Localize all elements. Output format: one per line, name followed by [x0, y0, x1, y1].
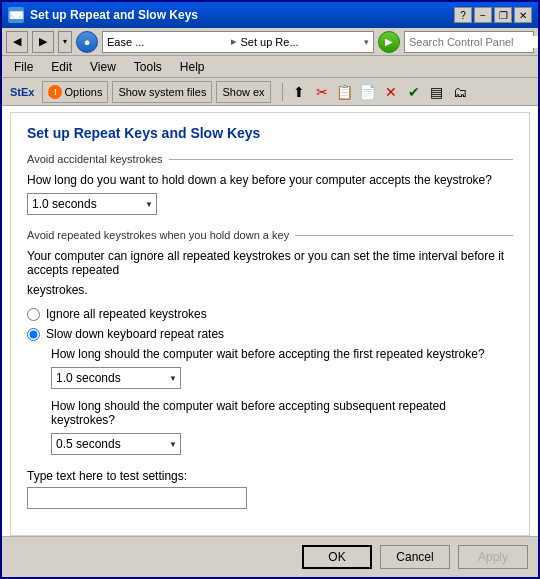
- copy-icon[interactable]: 📋: [335, 82, 355, 102]
- address-setup: Set up Re...: [241, 36, 361, 48]
- help-button[interactable]: ?: [454, 7, 472, 23]
- sub-select2-wrapper: 0.5 seconds 1.0 seconds 2.0 seconds: [51, 433, 181, 455]
- back-button[interactable]: ◀: [6, 31, 28, 53]
- apply-button[interactable]: Apply: [458, 545, 528, 569]
- address-ease: Ease ...: [107, 36, 227, 48]
- section1-question: How long do you want to hold down a key …: [27, 173, 513, 187]
- forward-button[interactable]: ▶: [32, 31, 54, 53]
- window-icon: ⌨: [8, 7, 24, 23]
- delete-icon[interactable]: ✕: [381, 82, 401, 102]
- options-button[interactable]: ! Options: [42, 81, 108, 103]
- toolbar-icons: ⬆ ✂ 📋 📄 ✕ ✔ ▤ 🗂: [279, 82, 470, 102]
- section-accidental: Avoid accidental keystrokes How long do …: [27, 153, 513, 215]
- section-accidental-title: Avoid accidental keystrokes: [27, 153, 163, 165]
- section1-select-wrapper: 1.0 seconds 0.5 seconds 2.0 seconds 3.0 …: [27, 193, 157, 215]
- close-button[interactable]: ✕: [514, 7, 532, 23]
- recent-button[interactable]: ▾: [58, 31, 72, 53]
- show-system-files-label: Show system files: [118, 86, 206, 98]
- menu-bar: File Edit View Tools Help: [2, 56, 538, 78]
- ok-button[interactable]: OK: [302, 545, 372, 569]
- title-bar-buttons: ? − ❐ ✕: [454, 7, 532, 23]
- show-system-files-button[interactable]: Show system files: [112, 81, 212, 103]
- sub-dropdown2-row: 0.5 seconds 1.0 seconds 2.0 seconds: [51, 433, 513, 455]
- show-ex-button[interactable]: Show ex: [216, 81, 270, 103]
- section1-dropdown-row: 1.0 seconds 0.5 seconds 2.0 seconds 3.0 …: [27, 193, 513, 215]
- paste-icon[interactable]: 📄: [358, 82, 378, 102]
- test-section: Type text here to test settings:: [27, 469, 513, 509]
- section1-dropdown[interactable]: 1.0 seconds 0.5 seconds 2.0 seconds 3.0 …: [27, 193, 157, 215]
- minimize-button[interactable]: −: [474, 7, 492, 23]
- title-bar: ⌨ Set up Repeat and Slow Keys ? − ❐ ✕: [2, 2, 538, 28]
- up-icon[interactable]: ⬆: [289, 82, 309, 102]
- section-repeated-title: Avoid repeated keystrokes when you hold …: [27, 229, 289, 241]
- sub-dropdown1-row: 1.0 seconds 0.5 seconds 2.0 seconds: [51, 367, 513, 389]
- options-label: Options: [64, 86, 102, 98]
- cancel-button[interactable]: Cancel: [380, 545, 450, 569]
- section-accidental-legend: Avoid accidental keystrokes: [27, 153, 513, 165]
- folder-icon[interactable]: 🗂: [450, 82, 470, 102]
- address-dropdown-icon[interactable]: ▾: [364, 37, 369, 47]
- search-input[interactable]: [409, 36, 540, 48]
- sub-select1-wrapper: 1.0 seconds 0.5 seconds 2.0 seconds: [51, 367, 181, 389]
- sub-question1: How long should the computer wait before…: [51, 347, 513, 361]
- section-repeated: Avoid repeated keystrokes when you hold …: [27, 229, 513, 455]
- section2-info2: keystrokes.: [27, 283, 513, 297]
- menu-view[interactable]: View: [82, 58, 124, 76]
- menu-help[interactable]: Help: [172, 58, 213, 76]
- radio-slowdown-row: Slow down keyboard repeat rates: [27, 327, 513, 341]
- title-bar-left: ⌨ Set up Repeat and Slow Keys: [8, 7, 198, 23]
- nav-toolbar: ◀ ▶ ▾ ● Ease ... ▸ Set up Re... ▾ ▶ 🔍: [2, 28, 538, 56]
- test-input[interactable]: [27, 487, 247, 509]
- indented-section: How long should the computer wait before…: [51, 347, 513, 455]
- check-icon[interactable]: ✔: [404, 82, 424, 102]
- cut-icon[interactable]: ✂: [312, 82, 332, 102]
- radio-ignore[interactable]: [27, 308, 40, 321]
- section-repeated-legend: Avoid repeated keystrokes when you hold …: [27, 229, 513, 241]
- restore-button[interactable]: ❐: [494, 7, 512, 23]
- go-button[interactable]: ▶: [378, 31, 400, 53]
- sub-dropdown1[interactable]: 1.0 seconds 0.5 seconds 2.0 seconds: [51, 367, 181, 389]
- section2-info1: Your computer can ignore all repeated ke…: [27, 249, 513, 277]
- properties-icon[interactable]: ▤: [427, 82, 447, 102]
- sub-question2: How long should the computer wait before…: [51, 399, 513, 427]
- radio-ignore-label: Ignore all repeated keystrokes: [46, 307, 207, 321]
- address-bar[interactable]: Ease ... ▸ Set up Re... ▾: [102, 31, 374, 53]
- menu-file[interactable]: File: [6, 58, 41, 76]
- search-bar[interactable]: 🔍: [404, 31, 534, 53]
- show-ex-label: Show ex: [222, 86, 264, 98]
- stex-label: StEx: [6, 86, 38, 98]
- test-label: Type text here to test settings:: [27, 469, 513, 483]
- radio-slowdown-label: Slow down keyboard repeat rates: [46, 327, 224, 341]
- radio-slowdown[interactable]: [27, 328, 40, 341]
- radio-ignore-row: Ignore all repeated keystrokes: [27, 307, 513, 321]
- sub-dropdown2[interactable]: 0.5 seconds 1.0 seconds 2.0 seconds: [51, 433, 181, 455]
- page-title: Set up Repeat Keys and Slow Keys: [27, 125, 513, 141]
- options-icon: !: [48, 85, 62, 99]
- main-panel: Set up Repeat Keys and Slow Keys Avoid a…: [10, 112, 530, 536]
- menu-tools[interactable]: Tools: [126, 58, 170, 76]
- menu-edit[interactable]: Edit: [43, 58, 80, 76]
- window-title: Set up Repeat and Slow Keys: [30, 8, 198, 22]
- window-frame: ⌨ Set up Repeat and Slow Keys ? − ❐ ✕ ◀ …: [0, 0, 540, 579]
- home-button[interactable]: ●: [76, 31, 98, 53]
- bottom-buttons: OK Cancel Apply: [2, 536, 538, 577]
- secondary-toolbar: StEx ! Options Show system files Show ex…: [2, 78, 538, 106]
- content-area: Set up Repeat Keys and Slow Keys Avoid a…: [2, 106, 538, 536]
- separator-1: [282, 83, 283, 101]
